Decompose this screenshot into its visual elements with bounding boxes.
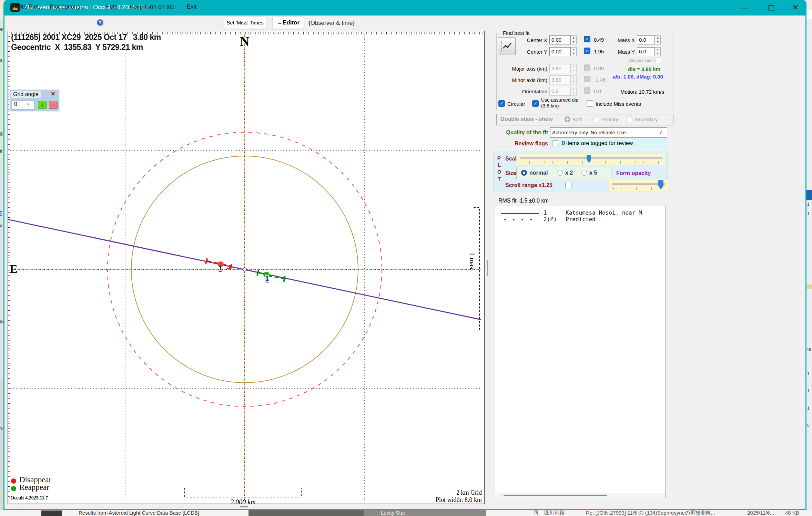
grid-angle-panel: Grid angle ✕ 0 ∨ + − [9, 89, 60, 112]
menu-plot-options[interactable]: Plot options... [50, 3, 85, 10]
menu-help[interactable]: Help [105, 3, 118, 10]
mass-x-spinner[interactable]: ▲▼ [655, 35, 661, 44]
scroll-range-label: Scroll range x1.25 [505, 182, 552, 188]
observation-row-num: 1 [544, 209, 547, 216]
include-miss-checkbox[interactable] [587, 100, 593, 107]
minor-axis-fit-value: -1.46 [594, 77, 606, 83]
email-size: 48 KB [785, 510, 799, 516]
shape-model-checkbox[interactable] [656, 58, 661, 63]
scrollbar-thumb[interactable] [504, 495, 607, 496]
mass-y-spinner[interactable]: ▲▼ [655, 47, 661, 56]
splitter-handle[interactable] [487, 260, 488, 276]
review-flags-text: 0 items are tagged for review [562, 140, 633, 146]
chevron-down-icon: ∨ [659, 130, 662, 135]
grid-angle-close-icon[interactable]: ✕ [49, 91, 57, 97]
editor-button[interactable]: →Editor [272, 17, 304, 29]
center-x-spinner[interactable]: ▲▼ [571, 35, 577, 44]
grid-angle-plus-button[interactable]: + [38, 101, 47, 109]
menu-keep-on-top[interactable]: Keep form on top [130, 3, 174, 10]
grid-angle-select[interactable]: 0 [12, 100, 34, 110]
shape-model-label: Shape model [620, 58, 653, 63]
motion-value: Motion: 10.72 km/s [620, 89, 664, 95]
scroll-range-checkbox[interactable] [565, 182, 571, 188]
maximize-button[interactable]: ▢ [766, 2, 777, 13]
circular-label: Circular [507, 101, 525, 107]
circular-checkbox[interactable] [498, 100, 505, 107]
major-axis-input: 3.80 [549, 64, 571, 73]
grid-angle-minus-button[interactable]: − [49, 101, 58, 109]
north-label: N [240, 34, 249, 49]
find-best-fit-group [496, 33, 673, 111]
find-best-fit-title: Find best fit [501, 30, 531, 36]
background-bottom-strip: Results from Asteroid Light Curve Data B… [0, 510, 812, 516]
minimize-button[interactable]: — [740, 2, 751, 13]
center-x-input[interactable]: 0.00 [549, 35, 571, 44]
horizontal-scrollbar[interactable] [495, 493, 666, 498]
menubar [4, 16, 805, 31]
quality-combobox[interactable]: Astrometry only. No reliable size [550, 127, 667, 138]
orientation-fit-value: 0.0 [594, 88, 601, 94]
resize-grip[interactable] [240, 506, 248, 507]
center-y-spinner[interactable]: ▲▼ [571, 47, 577, 56]
grid-size-label: 2 km Grid [456, 489, 482, 496]
size-x5-radio[interactable] [581, 170, 587, 176]
orientation-checkbox [584, 87, 590, 94]
menu-exit[interactable]: Exit [187, 3, 196, 10]
center-x-fit-value: 0.49 [594, 37, 604, 43]
size-x2-label: x 2 [565, 170, 573, 176]
observation-row-name: Katsumasa Hosoi, near M [566, 209, 665, 216]
close-button[interactable]: ✕ [790, 2, 801, 13]
reappear-label: Reappear [19, 483, 49, 492]
double-stars-primary-radio [593, 116, 599, 122]
size-normal-label: normal [529, 170, 548, 176]
minor-axis-checkbox [584, 76, 590, 82]
center-mark [243, 268, 246, 271]
double-stars-secondary-label: Secondary [635, 117, 658, 122]
mass-x-input[interactable]: 0.0 [637, 35, 655, 44]
plot-width-label: Plot width: 8.0 km [436, 496, 482, 504]
plot-letter-l: L [498, 162, 501, 168]
help-icon[interactable]: ? [97, 19, 103, 26]
major-axis-spinner: ▲▼ [571, 64, 577, 73]
plot-title-line1: (111265) 2001 XC29 2025 Oct 17 3.80 km [11, 33, 161, 42]
review-flags-checkbox[interactable] [552, 140, 558, 146]
screen: er a gi ti s d 64 Ye 1 1 46 1 1 1 0 Resu… [0, 0, 812, 516]
plot-canvas [8, 31, 485, 504]
center-x-label: Center X [496, 37, 547, 43]
observer-time-label[interactable]: {Observer & time} [308, 20, 355, 27]
disappear-dot-icon [11, 478, 16, 484]
center-x-checkbox[interactable] [584, 36, 590, 42]
use-assumed-checkbox[interactable] [532, 100, 539, 107]
size-normal-radio[interactable] [521, 170, 527, 176]
background-taskbar-text: Results from Asteroid Light Curve Data B… [79, 510, 199, 516]
observation-row-num: 2(P) [544, 216, 557, 223]
chord-swatch-solid [501, 213, 539, 214]
center-y-input[interactable]: 0.00 [549, 47, 571, 56]
orientation-input: 0.0 [549, 87, 571, 96]
plot-letter-t: T [498, 176, 501, 182]
form-opacity-slider[interactable] [609, 179, 668, 192]
set-miss-times-button[interactable]: Set 'Miss' Times [224, 17, 266, 29]
double-stars-both-radio [565, 116, 570, 122]
scale-slider[interactable] [517, 154, 665, 165]
plot-border [8, 31, 485, 504]
review-flags-label: Review flags [496, 141, 548, 147]
double-stars-both-label: Both [572, 117, 582, 122]
background-lucky-star: Lucky Star [381, 510, 405, 516]
observations-listbox[interactable]: 1 Katsumasa Hosoi, near M 2(P) Predicted [495, 206, 666, 498]
size-x2-radio[interactable] [557, 170, 563, 176]
major-axis-fit-value: 0.00 [594, 65, 604, 71]
reappear-dot-icon [11, 486, 16, 491]
center-y-label: Center Y [496, 49, 547, 55]
menu-with-plot[interactable]: with Plot... [17, 3, 43, 10]
mass-y-input[interactable]: 0.0 [637, 47, 655, 56]
center-y-checkbox[interactable] [584, 48, 590, 54]
major-axis-label: Major axis (km) [496, 66, 547, 72]
size-x5-label: x 5 [589, 170, 597, 176]
plot-version-label: Occult 4.2025.11.7 [10, 495, 48, 501]
observation-row-name: Predicted [566, 216, 596, 223]
mass-y-label: Mass Y [611, 49, 635, 55]
mas-label: 1 mas [468, 252, 476, 269]
orientation-label: Orientation [496, 89, 547, 94]
chord2-number: 1 [265, 275, 269, 282]
